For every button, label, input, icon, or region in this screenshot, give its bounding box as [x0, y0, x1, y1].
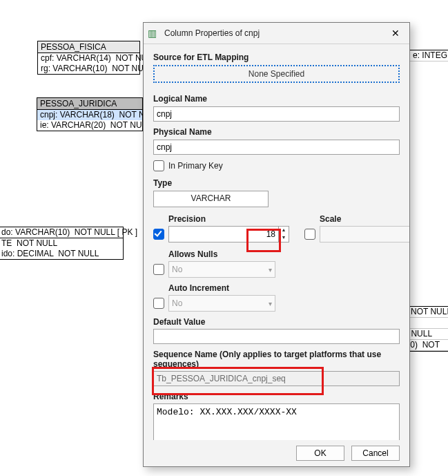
- scale-input: [320, 227, 409, 242]
- cancel-button[interactable]: Cancel: [351, 446, 400, 461]
- type-value: VARCHAR: [191, 193, 231, 203]
- erd-column-row[interactable]: e: INTEGER: [410, 50, 448, 61]
- remarks-label: Remarks: [153, 392, 400, 401]
- erd-title: PESSOA_JURIDICA: [37, 98, 142, 110]
- table-icon: ▥: [148, 28, 159, 39]
- chevron-down-icon[interactable]: ▾: [269, 266, 272, 274]
- in-primary-key-checkbox[interactable]: [153, 160, 164, 171]
- precision-checkbox[interactable]: [153, 229, 164, 240]
- erd-column-row[interactable]: ie: VARCHAR(20) NOT NULL: [37, 120, 142, 131]
- type-value-box[interactable]: VARCHAR: [153, 191, 269, 207]
- etl-source-box[interactable]: None Specified: [153, 65, 400, 83]
- sequence-name-input: [153, 371, 400, 386]
- etl-source-value: None Specified: [249, 69, 304, 79]
- column-properties-dialog: ▥ Column Properties of cnpj ✕ Source for…: [143, 22, 410, 467]
- default-value-input[interactable]: [153, 329, 400, 344]
- type-label: Type: [153, 178, 400, 188]
- auto-increment-value: No: [172, 298, 269, 308]
- erd-table-fragment-right1[interactable]: e: INTEGER: [409, 50, 448, 72]
- scale-checkbox[interactable]: [304, 229, 315, 240]
- erd-column-row-selected[interactable]: cnpj: VARCHAR(18) NOT NULL: [37, 110, 142, 120]
- erd-table-fragment-left[interactable]: do: VARCHAR(10) NOT NULL [ PK ] TE NOT N…: [0, 227, 124, 260]
- erd-column-row[interactable]: cpf: VARCHAR(14) NOT NULL: [38, 53, 139, 64]
- erd-column-row[interactable]: do: VARCHAR(10) NOT NULL [ PK ]: [0, 227, 123, 238]
- default-value-label: Default Value: [153, 317, 400, 327]
- logical-name-label: Logical Name: [153, 94, 400, 104]
- erd-title: PESSOA_FISICA: [38, 41, 139, 53]
- sequence-name-label: Sequence Name (Only applies to target pl…: [153, 350, 400, 369]
- precision-spinner[interactable]: ▲▼: [278, 227, 289, 242]
- logical-name-input[interactable]: [153, 106, 400, 122]
- erd-table-pessoa-fisica[interactable]: PESSOA_FISICA cpf: VARCHAR(14) NOT NULL …: [37, 41, 140, 75]
- erd-table-pessoa-juridica[interactable]: PESSOA_JURIDICA cnpj: VARCHAR(18) NOT NU…: [37, 97, 143, 131]
- auto-increment-label: Auto Increment: [153, 283, 400, 293]
- precision-input[interactable]: [169, 227, 278, 242]
- physical-name-label: Physical Name: [153, 127, 400, 137]
- close-button[interactable]: ✕: [386, 25, 405, 41]
- allows-nulls-label: Allows Nulls: [153, 249, 400, 259]
- erd-column-row[interactable]: ido: DECIMAL NOT NULL: [0, 249, 123, 259]
- chevron-down-icon[interactable]: ▾: [269, 300, 272, 307]
- in-primary-key-label: In Primary Key: [168, 161, 223, 171]
- remarks-textarea[interactable]: [153, 403, 400, 440]
- precision-label: Precision: [153, 214, 289, 224]
- allows-nulls-value: No: [172, 265, 269, 274]
- ok-button[interactable]: OK: [296, 446, 344, 461]
- dialog-title: Column Properties of cnpj: [162, 28, 386, 38]
- auto-increment-checkbox[interactable]: [153, 298, 164, 309]
- dialog-titlebar[interactable]: ▥ Column Properties of cnpj ✕: [144, 23, 409, 44]
- erd-column-row[interactable]: TE NOT NULL: [0, 238, 123, 249]
- physical-name-input[interactable]: [153, 140, 400, 155]
- erd-column-row[interactable]: rg: VARCHAR(10) NOT NULL: [38, 64, 139, 74]
- source-for-etl-label: Source for ETL Mapping: [153, 53, 400, 62]
- allows-nulls-checkbox[interactable]: [153, 264, 164, 275]
- scale-label: Scale: [304, 214, 409, 224]
